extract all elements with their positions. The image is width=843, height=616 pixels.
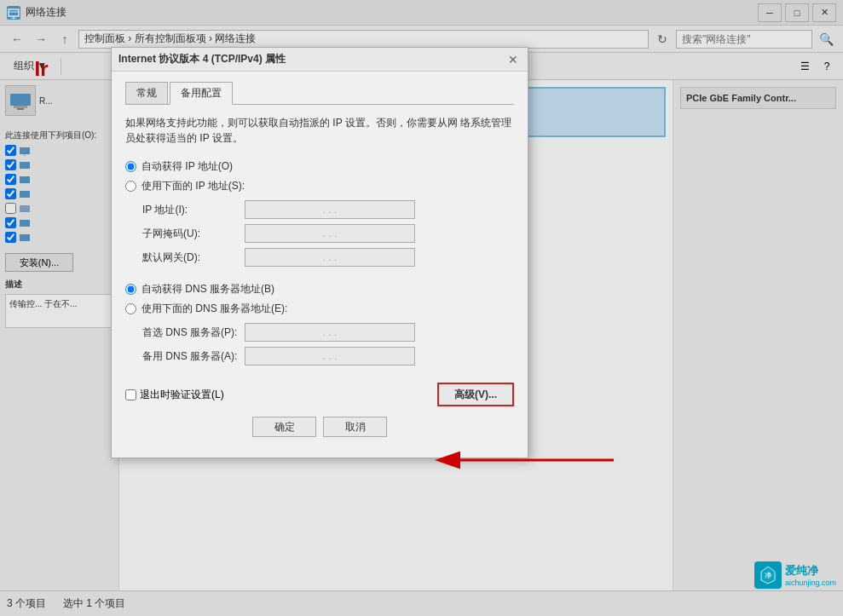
dialog-title-bar: Internet 协议版本 4 (TCP/IPv4) 属性 ✕ bbox=[112, 48, 528, 72]
alt-dns-dots: . . . bbox=[323, 350, 338, 362]
dialog-body: 常规 备用配置 如果网络支持此功能，则可以获取自动指派的 IP 设置。否则，你需… bbox=[112, 72, 528, 458]
ok-button[interactable]: 确定 bbox=[252, 417, 316, 437]
ip-radio-group: 自动获得 IP 地址(O) 使用下面的 IP 地址(S): bbox=[125, 159, 514, 193]
radio-manual-dns-input[interactable] bbox=[125, 303, 136, 314]
alt-dns-input[interactable]: . . . bbox=[245, 347, 415, 366]
ip-field-input[interactable]: . . . bbox=[245, 200, 415, 219]
dns-radio-group: 自动获得 DNS 服务器地址(B) 使用下面的 DNS 服务器地址(E): bbox=[125, 282, 514, 316]
ip-field-label: IP 地址(I): bbox=[142, 203, 245, 217]
dialog-title-text: Internet 协议版本 4 (TCP/IPv4) 属性 bbox=[118, 52, 505, 66]
ipv4-dialog: Internet 协议版本 4 (TCP/IPv4) 属性 ✕ 常规 备用配置 … bbox=[111, 47, 528, 458]
pref-dns-row: 首选 DNS 服务器(P): . . . bbox=[125, 323, 514, 342]
radio-auto-dns-input[interactable] bbox=[125, 284, 136, 295]
radio-manual-dns[interactable]: 使用下面的 DNS 服务器地址(E): bbox=[125, 302, 514, 316]
tab-general[interactable]: 常规 bbox=[125, 82, 168, 104]
advanced-button[interactable]: 高级(V)... bbox=[437, 383, 514, 406]
subnet-field-label: 子网掩码(U): bbox=[142, 227, 245, 241]
gateway-field-input[interactable]: . . . bbox=[245, 248, 415, 267]
radio-auto-ip-input[interactable] bbox=[125, 161, 136, 172]
radio-manual-ip-input[interactable] bbox=[125, 181, 136, 192]
subnet-field-row: 子网掩码(U): . . . bbox=[125, 224, 514, 243]
dialog-buttons: 确定 取消 bbox=[125, 417, 514, 447]
main-window: 网络连接 ─ □ ✕ ← → ↑ 控制面板 › 所有控制面板项 › 网络连接 ↻… bbox=[0, 0, 843, 616]
cancel-button[interactable]: 取消 bbox=[323, 417, 387, 437]
alt-dns-label: 备用 DNS 服务器(A): bbox=[142, 349, 245, 364]
radio-manual-ip-label: 使用下面的 IP 地址(S): bbox=[141, 179, 245, 193]
pref-dns-label: 首选 DNS 服务器(P): bbox=[142, 325, 245, 340]
dialog-description: 如果网络支持此功能，则可以获取自动指派的 IP 设置。否则，你需要从网 络系统管… bbox=[125, 115, 514, 146]
validate-checkbox-row: 退出时验证设置(L) bbox=[125, 388, 224, 402]
validate-label: 退出时验证设置(L) bbox=[140, 388, 224, 402]
subnet-dots: . . . bbox=[323, 227, 338, 239]
ip-dots: . . . bbox=[323, 204, 338, 216]
radio-auto-dns[interactable]: 自动获得 DNS 服务器地址(B) bbox=[125, 282, 514, 296]
tab-alternate[interactable]: 备用配置 bbox=[170, 82, 233, 105]
dialog-bottom-row: 退出时验证设置(L) 高级(V)... bbox=[125, 376, 514, 406]
radio-auto-ip-label: 自动获得 IP 地址(O) bbox=[141, 159, 233, 174]
section-divider bbox=[125, 272, 514, 282]
dialog-tab-bar: 常规 备用配置 bbox=[125, 82, 514, 105]
validate-checkbox[interactable] bbox=[125, 389, 136, 400]
radio-auto-dns-label: 自动获得 DNS 服务器地址(B) bbox=[141, 282, 274, 296]
pref-dns-dots: . . . bbox=[323, 326, 338, 338]
pref-dns-input[interactable]: . . . bbox=[245, 323, 415, 342]
gateway-dots: . . . bbox=[323, 251, 338, 263]
subnet-field-input[interactable]: . . . bbox=[245, 224, 415, 243]
dialog-close-button[interactable]: ✕ bbox=[505, 52, 521, 67]
gateway-field-label: 默认网关(D): bbox=[142, 250, 245, 265]
ip-field-row: IP 地址(I): . . . bbox=[125, 200, 514, 219]
radio-auto-ip[interactable]: 自动获得 IP 地址(O) bbox=[125, 159, 514, 174]
gateway-field-row: 默认网关(D): . . . bbox=[125, 248, 514, 267]
radio-manual-ip[interactable]: 使用下面的 IP 地址(S): bbox=[125, 179, 514, 193]
alt-dns-row: 备用 DNS 服务器(A): . . . bbox=[125, 347, 514, 366]
radio-manual-dns-label: 使用下面的 DNS 服务器地址(E): bbox=[141, 302, 287, 316]
